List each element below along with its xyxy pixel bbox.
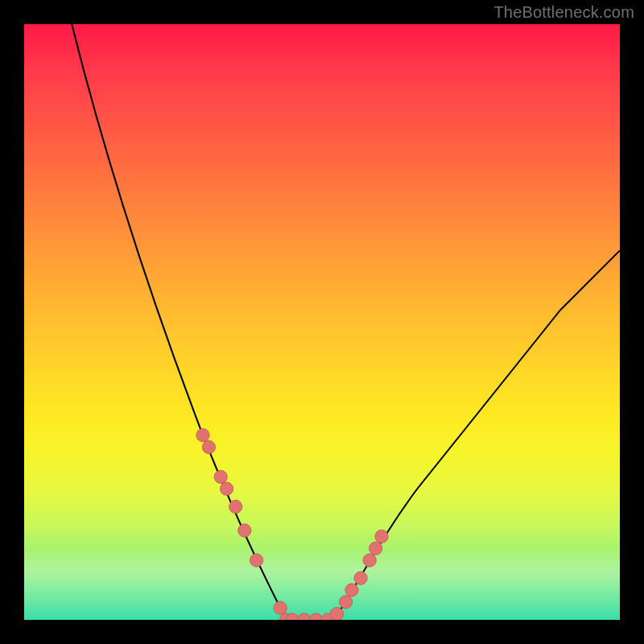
marker-dot	[345, 584, 358, 597]
marker-dot	[220, 482, 233, 495]
curve-right	[334, 250, 620, 620]
marker-dot	[202, 440, 215, 453]
marker-dot	[274, 601, 287, 614]
plot-area	[24, 24, 620, 620]
marker-dot	[196, 428, 209, 441]
marker-dot	[238, 524, 251, 537]
marker-dot	[250, 554, 262, 567]
marker-dot	[309, 613, 322, 620]
marker-group	[196, 428, 388, 620]
marker-dot	[363, 554, 376, 567]
curve-svg	[24, 24, 620, 620]
marker-dot	[214, 470, 227, 483]
marker-dot	[354, 572, 367, 584]
curve-left	[72, 24, 286, 620]
marker-dot	[330, 607, 343, 620]
marker-dot	[339, 596, 352, 609]
marker-dot	[375, 530, 388, 543]
marker-dot	[369, 542, 382, 555]
marker-dot	[298, 613, 311, 620]
marker-dot	[229, 500, 242, 513]
watermark-text: TheBottleneck.com	[493, 3, 634, 22]
chart-frame: TheBottleneck.com	[0, 0, 644, 644]
